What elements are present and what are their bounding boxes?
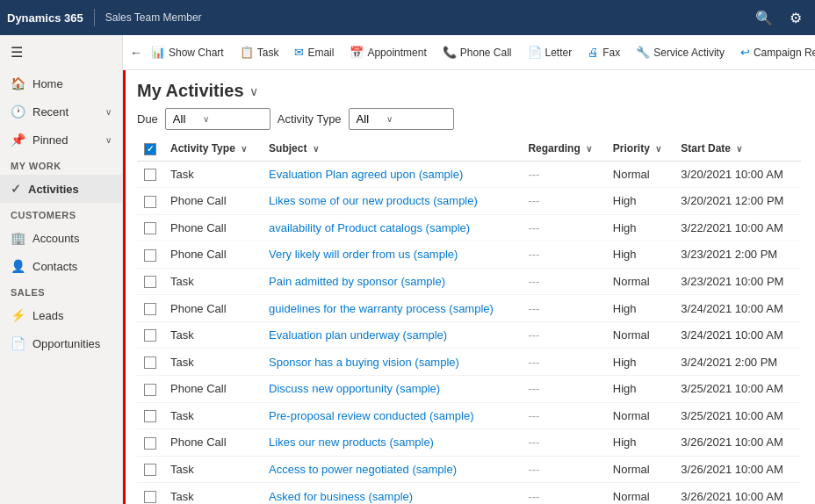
row-checkbox[interactable] [144, 329, 156, 342]
page-title-area: My Activities ∨ [123, 70, 815, 108]
row-checkbox-cell[interactable] [137, 321, 163, 349]
col-priority[interactable]: Priority ∨ [606, 137, 674, 161]
sidebar-item-activities[interactable]: ✓ Activities [0, 175, 122, 203]
letter-button[interactable]: 📄 Letter [521, 42, 580, 62]
search-icon[interactable]: 🔍 [752, 5, 776, 30]
appointment-button[interactable]: 📅 Appointment [343, 42, 433, 62]
row-checkbox[interactable] [144, 437, 156, 450]
table-container: ✓ Activity Type ∨ Subject ∨ Regarding [123, 137, 815, 504]
show-chart-button[interactable]: 📊 Show Chart [144, 42, 231, 62]
sidebar-item-leads[interactable]: ⚡ Leads [0, 301, 122, 329]
col-priority-label: Priority [613, 142, 650, 155]
row-start-date: 3/23/2021 10:00 PM [674, 268, 801, 295]
row-regarding: --- [521, 188, 605, 215]
row-subject[interactable]: Pre-proposal review conducted (sample) [262, 402, 521, 429]
row-start-date: 3/20/2021 10:00 AM [674, 161, 801, 188]
row-checkbox[interactable] [144, 169, 156, 181]
row-checkbox[interactable] [144, 276, 156, 288]
row-checkbox-cell[interactable] [137, 349, 163, 376]
col-start-date[interactable]: Start Date ∨ [674, 137, 801, 161]
row-checkbox-cell[interactable] [137, 161, 163, 188]
row-checkbox[interactable] [144, 491, 156, 503]
title-chevron-icon[interactable]: ∨ [249, 84, 258, 98]
row-start-date: 3/24/2021 10:00 AM [674, 321, 801, 349]
task-button[interactable]: 📋 Task [233, 42, 286, 62]
back-button[interactable]: ← [130, 40, 142, 65]
row-checkbox-cell[interactable] [137, 456, 163, 483]
row-subject[interactable]: Access to power negotiated (sample) [262, 456, 521, 483]
col-activity-type[interactable]: Activity Type ∨ [163, 137, 262, 161]
row-checkbox[interactable] [144, 410, 156, 422]
row-subject[interactable]: availability of Product catalogs (sample… [262, 214, 521, 241]
row-checkbox-cell[interactable] [137, 295, 163, 322]
row-checkbox-cell[interactable] [137, 376, 163, 403]
fax-icon: 🖨 [588, 46, 599, 59]
sidebar-item-recent[interactable]: 🕐 Recent ∨ [0, 97, 122, 126]
row-start-date: 3/24/2021 10:00 AM [674, 295, 801, 322]
col-subject[interactable]: Subject ∨ [262, 137, 521, 161]
select-all-column[interactable]: ✓ [137, 137, 163, 161]
row-checkbox-cell[interactable] [137, 429, 163, 457]
row-checkbox-cell[interactable] [137, 214, 163, 241]
row-checkbox-cell[interactable] [137, 483, 163, 504]
activity-type-filter[interactable]: All ∨ [349, 108, 454, 130]
row-checkbox-cell[interactable] [137, 188, 163, 215]
row-checkbox[interactable] [144, 384, 156, 396]
sidebar: ☰ 🏠 Home 🕐 Recent ∨ 📌 Pinned ∨ My Work ✓… [0, 35, 123, 504]
row-subject[interactable]: guidelines for the warranty process (sam… [262, 295, 521, 322]
sidebar-item-opportunities[interactable]: 📄 Opportunities [0, 329, 122, 357]
row-subject[interactable]: Likes some of our new products (sample) [262, 188, 521, 215]
row-checkbox[interactable] [144, 249, 156, 262]
appointment-icon: 📅 [350, 46, 364, 59]
row-subject[interactable]: Asked for business (sample) [262, 483, 521, 504]
row-checkbox[interactable] [144, 303, 156, 315]
row-checkbox-cell[interactable] [137, 268, 163, 295]
row-subject[interactable]: Sponsor has a buying vision (sample) [262, 349, 521, 376]
service-activity-button[interactable]: 🔧 Service Activity [629, 42, 732, 62]
row-subject[interactable]: Likes our new products (sample) [262, 429, 521, 457]
sidebar-item-accounts[interactable]: 🏢 Accounts [0, 224, 122, 252]
row-checkbox-cell[interactable] [137, 402, 163, 429]
table-row: Task Access to power negotiated (sample)… [137, 456, 801, 483]
sidebar-item-contacts[interactable]: 👤 Contacts [0, 252, 122, 280]
campaign-response-button[interactable]: ↩ Campaign Response [733, 42, 815, 62]
table-row: Task Evaluation plan underway (sample) -… [137, 321, 801, 349]
settings-icon[interactable]: ⚙ [783, 5, 808, 30]
col-start-date-label: Start Date [681, 142, 731, 155]
row-subject[interactable]: Pain admitted by sponsor (sample) [262, 268, 521, 295]
row-priority: Normal [606, 402, 674, 429]
row-regarding: --- [521, 429, 605, 457]
hamburger-button[interactable]: ☰ [0, 35, 122, 69]
col-regarding[interactable]: Regarding ∨ [521, 137, 605, 161]
contacts-icon: 👤 [11, 259, 25, 273]
email-button[interactable]: ✉ Email [287, 42, 341, 62]
row-checkbox[interactable] [144, 356, 156, 369]
row-start-date: 3/23/2021 2:00 PM [674, 241, 801, 269]
row-start-date: 3/25/2021 10:00 AM [674, 402, 801, 429]
table-row: Task Evaluation Plan agreed upon (sample… [137, 161, 801, 188]
due-filter[interactable]: All ∨ [165, 108, 270, 130]
sidebar-accounts-label: Accounts [32, 232, 79, 245]
row-regarding: --- [521, 349, 605, 376]
fax-button[interactable]: 🖨 Fax [581, 42, 627, 62]
row-priority: Normal [606, 268, 674, 295]
row-subject[interactable]: Evaluation Plan agreed upon (sample) [262, 161, 521, 188]
row-checkbox[interactable] [144, 222, 156, 234]
row-checkbox-cell[interactable] [137, 241, 163, 269]
row-regarding: --- [521, 214, 605, 241]
sidebar-leads-label: Leads [32, 309, 63, 322]
row-subject[interactable]: Discuss new opportunity (sample) [262, 376, 521, 403]
row-checkbox[interactable] [144, 196, 156, 208]
col-activity-type-label: Activity Type [170, 142, 235, 155]
col-activity-type-sort: ∨ [241, 144, 247, 154]
sidebar-opportunities-label: Opportunities [32, 337, 100, 350]
activities-table: ✓ Activity Type ∨ Subject ∨ Regarding [137, 137, 801, 504]
sidebar-item-home[interactable]: 🏠 Home [0, 69, 122, 97]
row-checkbox[interactable] [144, 464, 156, 476]
row-subject[interactable]: Evaluation plan underway (sample) [262, 321, 521, 349]
col-priority-sort: ∨ [655, 144, 661, 154]
phone-call-button[interactable]: 📞 Phone Call [436, 42, 519, 62]
select-all-checkbox[interactable]: ✓ [144, 143, 156, 155]
sidebar-item-pinned[interactable]: 📌 Pinned ∨ [0, 126, 122, 154]
row-subject[interactable]: Very likely will order from us (sample) [262, 241, 521, 269]
